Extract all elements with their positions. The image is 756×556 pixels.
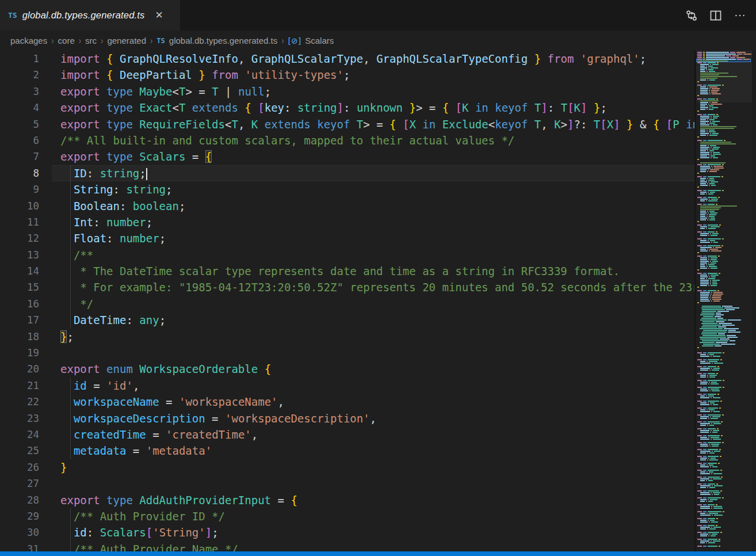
line-number[interactable]: 10: [0, 198, 39, 214]
code-token: ;: [343, 68, 350, 81]
line-number[interactable]: 24: [0, 426, 39, 443]
line-number[interactable]: 19: [0, 345, 39, 361]
line-number[interactable]: 16: [0, 296, 39, 312]
breadcrumb-file[interactable]: global.db.types.generated.ts: [169, 36, 277, 45]
code-line[interactable]: export enum WorkspaceOrderable {: [52, 361, 694, 377]
breadcrumb-core[interactable]: core: [58, 36, 75, 45]
code-line[interactable]: import { GraphQLResolveInfo, GraphQLScal…: [52, 51, 694, 67]
code-line[interactable]: workspaceDescription = 'workspaceDescrip…: [52, 410, 694, 426]
code-line[interactable]: id: Scalars['String'];: [52, 524, 694, 540]
open-changes-icon[interactable]: [684, 7, 700, 24]
scrollbar-track[interactable]: [752, 51, 756, 551]
split-editor-icon[interactable]: [708, 7, 724, 24]
minimap[interactable]: [696, 51, 752, 551]
line-number[interactable]: 30: [0, 524, 39, 540]
code-line[interactable]: */: [52, 296, 694, 312]
line-number[interactable]: 28: [0, 492, 39, 508]
tab-global-db-types[interactable]: TS global.db.types.generated.ts ✕: [0, 0, 180, 31]
breadcrumb-src[interactable]: src: [85, 36, 97, 45]
code-line[interactable]: export type RequireFields<T, K extends k…: [52, 116, 694, 132]
code-line[interactable]: createdTime = 'createdTime',: [52, 426, 694, 443]
minimap-line: [696, 218, 716, 219]
minimap-line: [696, 235, 719, 236]
code-line[interactable]: * For example: "1985-04-12T23:20:50.52Z"…: [52, 279, 694, 295]
minimap-line: [696, 520, 716, 521]
line-number[interactable]: 1: [0, 51, 39, 67]
minimap-line: [696, 515, 724, 516]
line-number[interactable]: 21: [0, 378, 39, 394]
line-number[interactable]: 31: [0, 541, 39, 551]
line-number[interactable]: 22: [0, 394, 39, 410]
code-editor[interactable]: 1234567891011121314151617181920212223242…: [0, 51, 756, 551]
code-token: [396, 118, 403, 131]
close-tab-icon[interactable]: ✕: [153, 9, 166, 22]
line-number[interactable]: 7: [0, 148, 39, 165]
code-line[interactable]: export type Scalars = {: [52, 148, 694, 165]
minimap-line: [696, 428, 720, 429]
breadcrumb-symbol[interactable]: Scalars: [305, 36, 334, 45]
code-line[interactable]: export type Maybe<T> = T | null;: [52, 83, 694, 100]
code-line[interactable]: id = 'id',: [52, 378, 694, 394]
line-number[interactable]: 25: [0, 443, 39, 459]
line-number[interactable]: 12: [0, 230, 39, 246]
line-number[interactable]: 23: [0, 410, 39, 426]
code-line[interactable]: export type AddAuthProviderInput = {: [52, 492, 694, 508]
minimap-line: [696, 344, 736, 345]
line-number[interactable]: 5: [0, 116, 39, 132]
line-number[interactable]: 9: [0, 181, 39, 197]
code-line[interactable]: metadata = 'metadata': [52, 443, 694, 459]
code-line[interactable]: Boolean: boolean;: [52, 198, 694, 214]
line-number[interactable]: 29: [0, 508, 39, 524]
breadcrumb-generated[interactable]: generated: [107, 36, 146, 45]
code-token: string: [126, 183, 166, 196]
minimap-line: [696, 148, 720, 150]
code-content[interactable]: import { GraphQLResolveInfo, GraphQLScal…: [52, 51, 694, 551]
code-line[interactable]: * The DateTime scalar type represents da…: [52, 263, 694, 279]
status-bar[interactable]: [0, 551, 756, 556]
code-line[interactable]: }: [52, 459, 694, 475]
code-line[interactable]: export type Exact<T extends { [key: stri…: [52, 100, 694, 116]
code-line[interactable]: DateTime: any;: [52, 312, 694, 328]
code-token: 'graphql': [581, 52, 640, 65]
code-line[interactable]: Int: number;: [52, 214, 694, 230]
code-token: T: [534, 101, 541, 114]
code-token: [: [146, 526, 152, 539]
line-number[interactable]: 27: [0, 475, 39, 492]
line-number[interactable]: 6: [0, 132, 39, 148]
line-number[interactable]: 13: [0, 247, 39, 263]
line-number[interactable]: 4: [0, 100, 39, 116]
minimap-line: [696, 518, 719, 519]
line-number[interactable]: 17: [0, 312, 39, 328]
code-line[interactable]: import { DeepPartial } from 'utility-typ…: [52, 67, 694, 83]
code-line[interactable]: ID: string;: [52, 165, 694, 181]
code-token: :: [93, 216, 106, 229]
line-number[interactable]: 20: [0, 361, 39, 377]
minimap-line: [696, 483, 719, 485]
minimap-line: [696, 300, 721, 302]
minimap-line: [696, 152, 721, 153]
code-line[interactable]: /** All built-in and custom scalars, map…: [52, 132, 694, 148]
code-line[interactable]: /**: [52, 247, 694, 263]
code-token: ;: [159, 314, 166, 326]
code-line[interactable]: Float: number;: [52, 230, 694, 246]
line-number[interactable]: 11: [0, 214, 39, 230]
code-line[interactable]: /** Auth Provider ID */: [52, 508, 694, 524]
line-number[interactable]: 18: [0, 329, 39, 345]
line-number[interactable]: 2: [0, 67, 39, 83]
minimap-line: [696, 375, 718, 376]
code-line[interactable]: workspaceName = 'workspaceName',: [52, 394, 694, 410]
line-number[interactable]: 15: [0, 279, 39, 295]
breadcrumb-packages[interactable]: packages: [10, 36, 47, 45]
minimap-line: [696, 166, 724, 167]
code-line[interactable]: /** Auth Provider Name */: [52, 541, 694, 551]
code-line[interactable]: [52, 345, 694, 361]
minimap-line: [696, 197, 721, 198]
code-line[interactable]: [52, 475, 694, 492]
more-actions-icon[interactable]: [732, 7, 748, 24]
line-number[interactable]: 26: [0, 459, 39, 475]
line-number[interactable]: 3: [0, 83, 39, 100]
line-number[interactable]: 14: [0, 263, 39, 279]
line-number[interactable]: 8: [0, 165, 39, 181]
code-line[interactable]: };: [52, 329, 694, 345]
code-line[interactable]: String: string;: [52, 181, 694, 197]
